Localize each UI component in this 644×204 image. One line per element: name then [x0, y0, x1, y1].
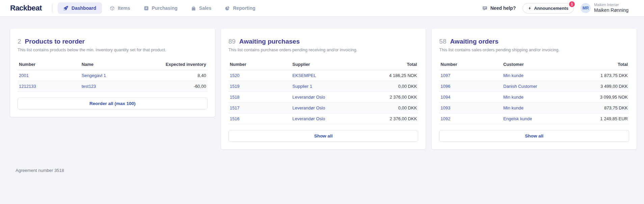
user-company: Maiken Interiør [594, 3, 628, 7]
nav-item-label: Purchasing [152, 5, 178, 11]
column-header-number: Number [229, 59, 291, 70]
row-name-link[interactable]: Danish Customer [502, 81, 572, 92]
row-number-link[interactable]: 1518 [229, 92, 291, 103]
nav-item-label: Dashboard [72, 5, 96, 11]
card-header: 89Awaiting purchases [229, 38, 419, 45]
nav-item-label: Reporting [233, 5, 255, 11]
column-header-total: Total [361, 59, 419, 70]
row-value: 0,00 DKK [361, 103, 419, 113]
row-name-link[interactable]: Leverandør Oslo [291, 92, 361, 103]
row-number-link[interactable]: 1096 [439, 81, 502, 92]
row-number-link[interactable]: 1094 [439, 92, 502, 103]
table-row: 1093Min kunde873,75 DKK [439, 103, 629, 113]
row-name-link[interactable]: Supplier 1 [291, 81, 361, 92]
row-value: 8,40 [151, 70, 208, 81]
rackbeat-logo[interactable]: Rackbeat [10, 4, 42, 12]
need-help-button[interactable]: Need help? [482, 5, 516, 11]
card-title: Products to reorder [25, 38, 85, 45]
row-name-link[interactable]: test123 [80, 81, 151, 92]
nav-divider [52, 4, 52, 12]
card-count: 2 [18, 38, 21, 45]
card-description: This list contains purchase orders pendi… [229, 48, 419, 52]
table-row: 1516Leverandør Oslo2 376,00 DKK [229, 113, 419, 124]
nav-item-sales[interactable]: Sales [185, 2, 217, 14]
row-value: -60,00 [151, 81, 208, 92]
agreement-number: Agreement number 3518 [16, 168, 644, 173]
nav-item-purchasing[interactable]: Purchasing [138, 2, 183, 14]
row-value: 4 186,25 NOK [361, 70, 419, 81]
column-header-total: Total [572, 59, 629, 70]
row-number-link[interactable]: 1092 [439, 113, 502, 124]
row-value: 3 499,00 DKK [572, 81, 629, 92]
user-name: Maiken Rønning [594, 7, 628, 14]
card-products-to-reorder: 2Products to reorderThis list contains p… [10, 28, 215, 117]
need-help-label: Need help? [490, 5, 516, 11]
row-number-link[interactable]: 1519 [229, 81, 291, 92]
card-table: NumberSupplierTotal1520EKSEMPEL4 186,25 … [229, 59, 419, 124]
row-value: 1 249,85 EUR [572, 113, 629, 124]
row-value: 0,00 DKK [361, 81, 419, 92]
bolt-icon [528, 6, 532, 10]
row-value: 2 376,00 DKK [361, 113, 419, 124]
row-name-link[interactable]: Min kunde [502, 70, 572, 81]
user-meta: Maiken Interiør Maiken Rønning [594, 3, 628, 13]
main-nav: DashboardItemsPurchasingSalesReporting [58, 2, 261, 14]
table-row: 1519Supplier 10,00 DKK [229, 81, 419, 92]
card-header: 58Awaiting orders [439, 38, 629, 45]
table-row: 1092Engelsk kunde1 249,85 EUR [439, 113, 629, 124]
table-row: 1517Leverandør Oslo0,00 DKK [229, 103, 419, 113]
row-number-link[interactable]: 1097 [439, 70, 502, 81]
items-cube-icon [110, 6, 115, 11]
rocket-icon [63, 6, 69, 11]
announcements-badge: 1 [569, 1, 575, 7]
avatar[interactable]: MR [581, 3, 591, 13]
row-name-link[interactable]: Min kunde [502, 92, 572, 103]
column-header-expected-inventory: Expected inventory [151, 59, 208, 70]
nav-item-label: Items [118, 5, 130, 11]
nav-item-dashboard[interactable]: Dashboard [58, 2, 102, 14]
table-row: 2001Sengegavl 18,40 [18, 70, 208, 81]
user-menu[interactable]: MR Maiken Interiør Maiken Rønning [581, 3, 628, 13]
show-all-button[interactable]: Show all [439, 130, 629, 142]
card-awaiting-orders: 58Awaiting ordersThis list contains sale… [431, 28, 637, 150]
nav-item-items[interactable]: Items [104, 2, 136, 14]
nav-item-label: Sales [199, 5, 212, 11]
row-name-link[interactable]: Engelsk kunde [502, 113, 572, 124]
table-row: 1094Min kunde3 099,95 NOK [439, 92, 629, 103]
row-name-link[interactable]: Leverandør Oslo [291, 103, 361, 113]
row-number-link[interactable]: 1212133 [18, 81, 80, 92]
table-row: 1518Leverandør Oslo2 376,00 DKK [229, 92, 419, 103]
column-header-number: Number [18, 59, 80, 70]
row-value: 873,75 DKK [572, 103, 629, 113]
card-header: 2Products to reorder [18, 38, 208, 45]
row-number-link[interactable]: 1520 [229, 70, 291, 81]
card-table: NumberNameExpected inventory2001Sengegav… [18, 59, 208, 92]
row-name-link[interactable]: Min kunde [502, 103, 572, 113]
row-name-link[interactable]: Sengegavl 1 [80, 70, 151, 81]
dashboard-cards: 2Products to reorderThis list contains p… [0, 17, 644, 150]
row-number-link[interactable]: 1516 [229, 113, 291, 124]
sales-bag-icon [191, 6, 196, 11]
reorder-all-max-100-button[interactable]: Reorder all (max 100) [18, 98, 208, 109]
purchasing-box-icon [144, 6, 149, 11]
announcements-button[interactable]: Announcements 1 [522, 3, 574, 14]
row-number-link[interactable]: 1517 [229, 103, 291, 113]
card-description: This list contains products below the mi… [18, 48, 208, 52]
row-value: 3 099,95 NOK [572, 92, 629, 103]
row-name-link[interactable]: Leverandør Oslo [291, 113, 361, 124]
column-header-supplier: Supplier [291, 59, 361, 70]
column-header-name: Name [80, 59, 151, 70]
table-row: 1212133test123-60,00 [18, 81, 208, 92]
row-number-link[interactable]: 2001 [18, 70, 80, 81]
row-number-link[interactable]: 1093 [439, 103, 502, 113]
card-count: 58 [439, 38, 446, 45]
card-title: Awaiting orders [450, 38, 498, 45]
table-row: 1096Danish Customer3 499,00 DKK [439, 81, 629, 92]
row-value: 2 376,00 DKK [361, 92, 419, 103]
row-name-link[interactable]: EKSEMPEL [291, 70, 361, 81]
row-value: 1 873,75 DKK [572, 70, 629, 81]
nav-item-reporting[interactable]: Reporting [219, 2, 261, 14]
top-navbar: Rackbeat DashboardItemsPurchasingSalesRe… [0, 0, 644, 17]
show-all-button[interactable]: Show all [229, 130, 419, 142]
reporting-pie-icon [225, 6, 230, 11]
